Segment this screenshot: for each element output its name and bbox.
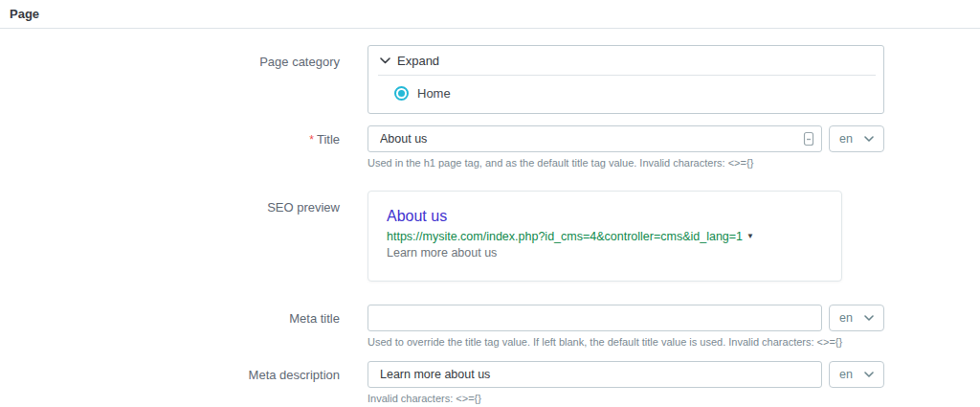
language-code: en [839, 311, 853, 325]
serp-dropdown-caret-icon: ▼ [746, 230, 754, 243]
category-option-label: Home [417, 86, 451, 101]
page-category-row: Page category Expand Home [0, 45, 980, 114]
meta-description-language-dropdown[interactable]: en [829, 361, 884, 388]
radio-selected-icon[interactable] [394, 86, 409, 101]
panel-header: Page [0, 0, 980, 29]
seo-preview-label: SEO preview [0, 191, 368, 215]
required-asterisk: * [309, 133, 314, 147]
page-form: Page category Expand Home *Title [0, 29, 980, 404]
text-counter-icon [803, 131, 814, 147]
page-title: Page [10, 7, 39, 21]
meta-description-row: Meta description en Invalid characters: … [0, 361, 980, 404]
serp-result-url: https://mysite.com/index.php?id_cms=4&co… [387, 230, 743, 243]
seo-preview-row: SEO preview About us https://mysite.com/… [0, 191, 980, 282]
title-input[interactable] [368, 125, 822, 152]
chevron-down-icon [864, 136, 874, 142]
serp-result-title[interactable]: About us [387, 208, 822, 225]
category-expand-label: Expand [397, 54, 439, 68]
language-code: en [839, 132, 853, 146]
meta-title-help-text: Used to override the title tag value. If… [368, 336, 884, 348]
meta-description-input[interactable] [368, 361, 822, 388]
title-language-dropdown[interactable]: en [829, 125, 884, 152]
meta-description-help-text: Invalid characters: <>={} [368, 393, 884, 404]
chevron-down-icon [864, 372, 874, 377]
category-option-home[interactable]: Home [368, 76, 883, 113]
language-code: en [839, 368, 853, 381]
title-label: *Title [0, 125, 368, 147]
category-expand-toggle[interactable]: Expand [368, 46, 883, 75]
title-row: *Title en [0, 125, 980, 169]
title-help-text: Used in the h1 page tag, and as the defa… [368, 157, 884, 169]
chevron-down-icon [380, 57, 390, 64]
category-tree-box: Expand Home [368, 45, 884, 114]
meta-title-language-dropdown[interactable]: en [829, 305, 884, 331]
page-category-label: Page category [0, 45, 368, 69]
serp-result-description: Learn more about us [387, 246, 822, 260]
meta-title-label: Meta title [0, 305, 368, 326]
meta-title-input[interactable] [368, 305, 822, 331]
meta-title-row: Meta title en Used to override the title… [0, 305, 980, 348]
chevron-down-icon [864, 315, 874, 321]
meta-description-label: Meta description [0, 361, 368, 382]
seo-preview-card: About us https://mysite.com/index.php?id… [368, 191, 842, 282]
